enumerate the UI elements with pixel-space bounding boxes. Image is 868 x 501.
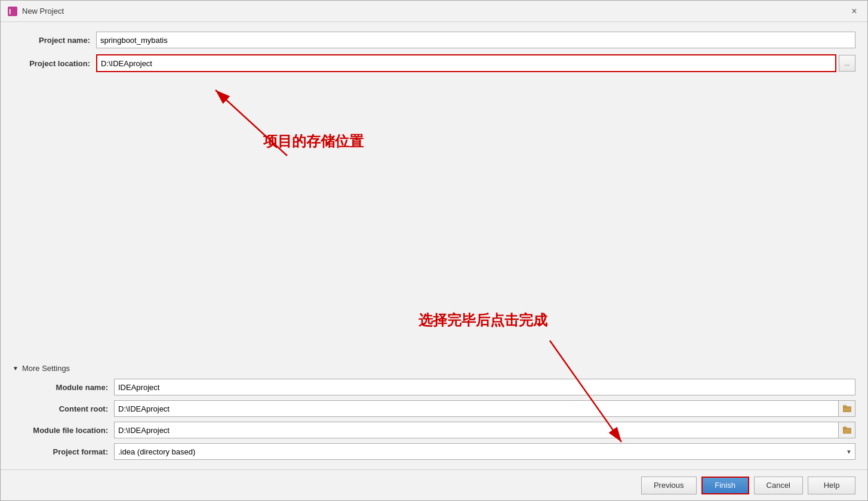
finish-annotation: 选择完毕后点击完成 bbox=[418, 311, 547, 330]
content-root-input[interactable] bbox=[114, 400, 839, 417]
project-name-label: Project name: bbox=[13, 36, 96, 45]
module-file-location-input[interactable] bbox=[114, 422, 839, 438]
collapse-icon: ▼ bbox=[13, 365, 19, 372]
browse-button[interactable]: ... bbox=[839, 55, 855, 72]
storage-annotation: 项目的存储位置 bbox=[263, 132, 364, 151]
project-format-select[interactable]: .idea (directory based) Eclipse (.classp… bbox=[114, 443, 855, 460]
finish-button[interactable]: Finish bbox=[701, 477, 749, 494]
module-file-location-field bbox=[114, 422, 855, 438]
project-format-label: Project format: bbox=[13, 447, 114, 456]
close-button[interactable]: × bbox=[848, 5, 860, 17]
module-file-location-row: Module file location: bbox=[13, 422, 855, 438]
content-root-browse[interactable] bbox=[839, 400, 855, 417]
module-file-browse[interactable] bbox=[839, 422, 855, 438]
content-root-label: Content root: bbox=[13, 404, 114, 413]
svg-rect-7 bbox=[843, 406, 847, 407]
arrow-to-finish bbox=[532, 329, 681, 460]
more-settings-label: More Settings bbox=[22, 364, 70, 373]
previous-button[interactable]: Previous bbox=[641, 477, 697, 494]
middle-area: 项目的存储位置 选择完毕后点击完成 bbox=[13, 78, 855, 361]
dialog-title: New Project bbox=[22, 7, 848, 16]
dialog-footer: Previous Finish Cancel Help bbox=[1, 469, 867, 500]
new-project-dialog: I New Project × Project name: Project lo… bbox=[0, 0, 868, 501]
help-button[interactable]: Help bbox=[808, 477, 855, 494]
project-name-input[interactable] bbox=[96, 32, 855, 48]
more-settings-section: ▼ More Settings Module name: Content roo… bbox=[13, 361, 855, 460]
svg-rect-9 bbox=[843, 427, 847, 429]
project-format-wrapper: .idea (directory based) Eclipse (.classp… bbox=[114, 443, 855, 460]
content-root-field bbox=[114, 400, 855, 417]
project-name-row: Project name: bbox=[13, 32, 855, 48]
project-location-label: Project location: bbox=[13, 59, 96, 68]
settings-form: Module name: Content root: Module file bbox=[13, 379, 855, 460]
title-bar: I New Project × bbox=[1, 1, 867, 22]
project-format-row: Project format: .idea (directory based) … bbox=[13, 443, 855, 460]
module-file-location-label: Module file location: bbox=[13, 426, 114, 435]
dialog-content: Project name: Project location: ... 项 bbox=[1, 22, 867, 469]
content-root-row: Content root: bbox=[13, 400, 855, 417]
more-settings-header[interactable]: ▼ More Settings bbox=[13, 364, 855, 373]
svg-text:I: I bbox=[9, 8, 11, 16]
app-icon: I bbox=[8, 7, 17, 16]
module-name-input[interactable] bbox=[114, 379, 855, 395]
svg-line-5 bbox=[550, 341, 621, 442]
module-name-row: Module name: bbox=[13, 379, 855, 395]
project-location-input[interactable] bbox=[97, 55, 835, 71]
module-name-label: Module name: bbox=[13, 383, 114, 392]
cancel-button[interactable]: Cancel bbox=[754, 477, 803, 494]
project-location-row: Project location: ... bbox=[13, 54, 855, 72]
